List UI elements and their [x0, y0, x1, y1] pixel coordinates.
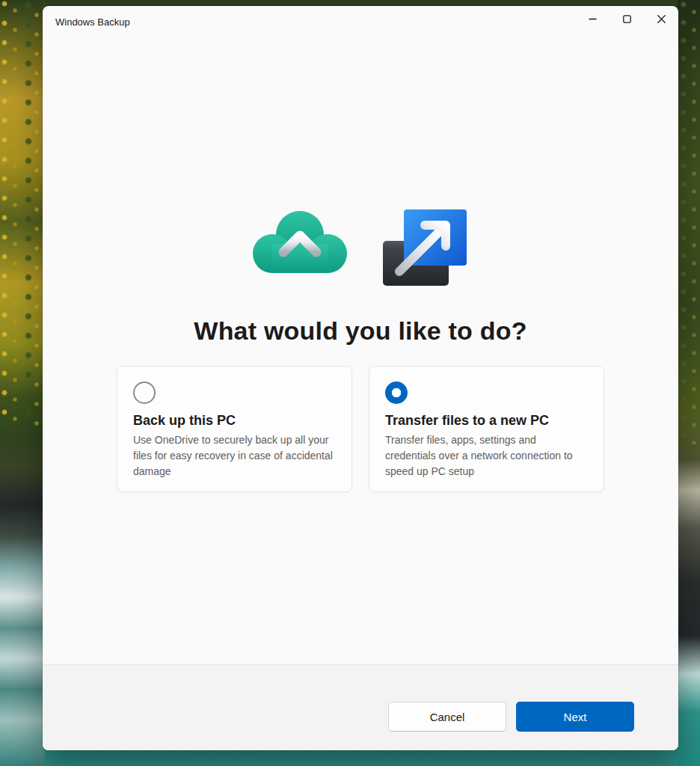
wallpaper-right-strip [678, 0, 700, 766]
title-bar[interactable]: Windows Backup [43, 6, 678, 39]
transfer-pc-icon [379, 207, 469, 292]
maximize-icon [623, 15, 631, 23]
cloud-backup-icon [252, 207, 348, 294]
wallpaper-left-strip [0, 0, 45, 766]
minimize-button[interactable] [575, 6, 610, 31]
close-button[interactable] [644, 6, 678, 31]
option-description: Use OneDrive to securely back up all you… [133, 432, 336, 479]
option-cards: Back up this PC Use OneDrive to securely… [117, 366, 604, 492]
dialog-footer: Cancel Next [43, 664, 678, 750]
option-title: Transfer files to a new PC [385, 413, 588, 429]
window-title: Windows Backup [55, 6, 130, 28]
next-button[interactable]: Next [516, 702, 634, 732]
dialog-content: What would you like to do? Back up this … [43, 39, 678, 664]
window-controls [575, 6, 678, 31]
page-title: What would you like to do? [194, 316, 526, 346]
option-card-transfer-files[interactable]: Transfer files to a new PC Transfer file… [369, 366, 604, 492]
minimize-icon [589, 15, 597, 23]
radio-backup-this-pc[interactable] [133, 382, 156, 404]
windows-backup-window: Windows Backup [43, 6, 678, 750]
option-title: Back up this PC [133, 413, 336, 429]
maximize-button[interactable] [610, 6, 644, 31]
radio-transfer-files[interactable] [385, 382, 408, 404]
close-icon [657, 15, 666, 23]
feature-icons [252, 207, 469, 293]
option-card-backup-this-pc[interactable]: Back up this PC Use OneDrive to securely… [117, 366, 352, 492]
cancel-button[interactable]: Cancel [388, 702, 506, 732]
option-description: Transfer files, apps, settings and crede… [385, 432, 588, 479]
